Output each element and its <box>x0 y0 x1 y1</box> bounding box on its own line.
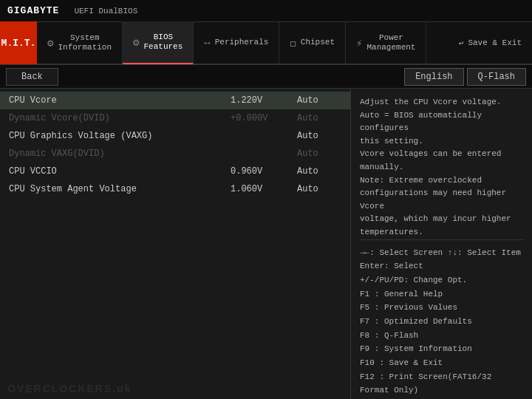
peripherals-icon: ↔ <box>204 37 210 49</box>
nav-label-peripherals: Peripherals <box>215 38 269 47</box>
setting-auto: Auto <box>297 113 341 123</box>
setting-row[interactable]: CPU Graphics Voltage (VAXG)Auto <box>0 127 350 145</box>
back-button[interactable]: Back <box>6 68 58 86</box>
key-help-line: Enter: Select <box>360 259 523 273</box>
setting-name: CPU Graphics Voltage (VAXG) <box>9 131 231 141</box>
setting-row[interactable]: Dynamic Vcore(DVID)+0.000VAuto <box>0 109 350 127</box>
setting-value: 1.060V <box>231 184 297 194</box>
save-exit-button[interactable]: ↩ Save & Exit <box>449 21 532 64</box>
key-help: →←: Select Screen ↑↓: Select ItemEnter: … <box>360 239 523 399</box>
setting-name: CPU VCCIO <box>9 166 231 177</box>
key-help-line: F12 : Print Screen(FAT16/32 Format Only) <box>360 370 523 398</box>
main-content: CPU Vcore1.220VAutoDynamic Vcore(DVID)+0… <box>0 89 532 399</box>
setting-name: CPU Vcore <box>9 95 231 106</box>
nav-label-bios-features: BIOSFeatures <box>144 33 183 52</box>
key-help-line: F7 : Optimized Defaults <box>360 315 523 329</box>
settings-panel: CPU Vcore1.220VAutoDynamic Vcore(DVID)+0… <box>0 89 351 399</box>
setting-auto: Auto <box>297 149 341 159</box>
setting-auto: Auto <box>297 166 341 177</box>
nav-bar: M.I.T. ⚙ SystemInformation ⚙ BIOSFeature… <box>0 22 532 65</box>
key-help-line: →←: Select Screen ↑↓: Select Item <box>360 246 523 260</box>
top-bar: GIGABYTE UEFI DualBIOS <box>0 0 532 22</box>
setting-auto: Auto <box>297 95 341 106</box>
setting-auto: Auto <box>297 131 341 141</box>
qflash-button[interactable]: Q-Flash <box>467 68 526 86</box>
key-help-line: F10 : Save & Exit <box>360 356 523 370</box>
setting-row[interactable]: CPU VCCIO0.960VAuto <box>0 163 350 180</box>
help-panel: Adjust the CPU Vcore voltage. Auto = BIO… <box>351 89 532 399</box>
language-button[interactable]: English <box>404 68 463 86</box>
key-help-line: F1 : General Help <box>360 287 523 301</box>
bios-features-icon: ⚙ <box>133 36 139 49</box>
uefi-label: UEFI DualBIOS <box>74 7 137 16</box>
setting-value: +0.000V <box>231 113 297 123</box>
key-help-line: F5 : Previous Values <box>360 301 523 315</box>
key-help-line: +/-/PU/PD: Change Opt. <box>360 273 523 287</box>
save-exit-label: Save & Exit <box>468 38 522 47</box>
nav-item-system-information[interactable]: ⚙ SystemInformation <box>37 21 123 64</box>
setting-row[interactable]: Dynamic VAXG(DVID)Auto <box>0 145 350 163</box>
nav-label-chipset: Chipset <box>301 38 335 47</box>
setting-value: 1.220V <box>231 95 297 106</box>
key-help-line: F8 : Q-Flash <box>360 329 523 343</box>
nav-item-bios-features[interactable]: ⚙ BIOSFeatures <box>123 21 194 64</box>
setting-row[interactable]: CPU System Agent Voltage1.060VAuto <box>0 180 350 198</box>
power-icon: ⚡ <box>356 37 362 50</box>
setting-name: Dynamic Vcore(DVID) <box>9 113 231 123</box>
action-bar: Back English Q-Flash <box>0 65 532 89</box>
footer-watermark: OVERCLOCKERS.uk <box>7 383 132 395</box>
nav-item-power-management[interactable]: ⚡ PowerManagement <box>346 21 426 64</box>
setting-row[interactable]: CPU Vcore1.220VAuto <box>0 92 350 109</box>
setting-name: Dynamic VAXG(DVID) <box>9 149 231 159</box>
setting-auto: Auto <box>297 184 341 194</box>
nav-item-peripherals[interactable]: ↔ Peripherals <box>194 21 279 64</box>
brand-logo: GIGABYTE <box>7 5 59 16</box>
system-info-icon: ⚙ <box>47 37 53 50</box>
mit-button[interactable]: M.I.T. <box>0 21 37 64</box>
help-description: Adjust the CPU Vcore voltage. Auto = BIO… <box>360 96 523 239</box>
chipset-icon: ◻ <box>290 37 296 50</box>
nav-label-system-information: SystemInformation <box>58 33 112 52</box>
setting-value: 0.960V <box>231 166 297 177</box>
key-help-line: F9 : System Information <box>360 342 523 356</box>
save-exit-icon: ↩ <box>459 38 464 48</box>
nav-label-power-management: PowerManagement <box>366 33 415 52</box>
setting-name: CPU System Agent Voltage <box>9 184 231 194</box>
nav-item-chipset[interactable]: ◻ Chipset <box>279 21 346 64</box>
